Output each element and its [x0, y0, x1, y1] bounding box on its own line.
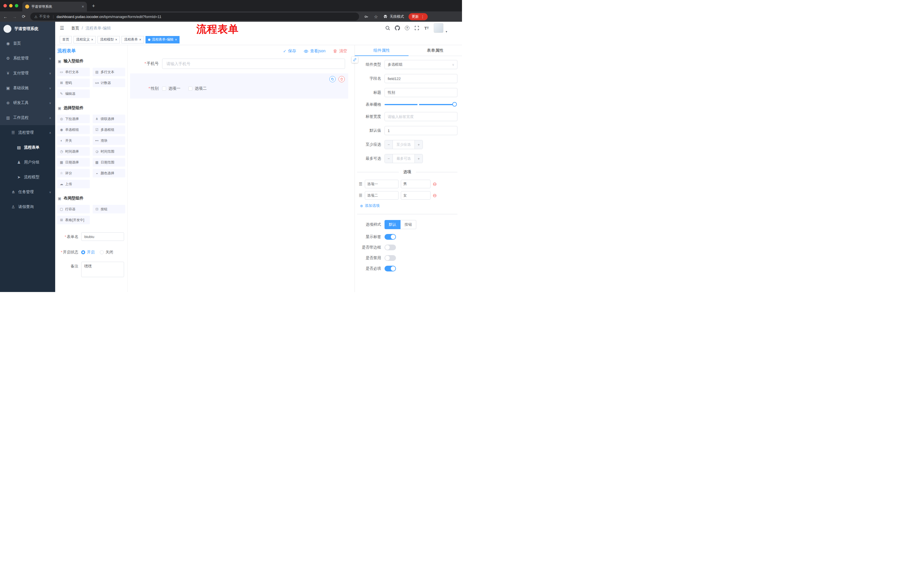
- delete-component-button[interactable]: [338, 76, 345, 82]
- palette-item-time-picker[interactable]: ◷ 时间选择: [57, 147, 90, 156]
- gender-option2-checkbox[interactable]: 选项二: [188, 86, 207, 91]
- browser-menu-dots-icon[interactable]: ⋮: [421, 15, 424, 19]
- address-bar[interactable]: ⚠ 不安全 | dashboard.yudao.iocoder.cn /bpm/…: [30, 13, 359, 21]
- tab-close-icon[interactable]: ×: [82, 4, 84, 9]
- avatar-caret-icon[interactable]: ▾: [446, 30, 447, 33]
- forward-icon[interactable]: →: [11, 13, 18, 20]
- gender-option1-checkbox[interactable]: 选项一: [162, 86, 180, 91]
- form-remark-textarea[interactable]: 嘿嘿: [81, 262, 124, 277]
- plus-button[interactable]: +: [414, 140, 422, 149]
- tag-process-model[interactable]: 流程模型 ×: [97, 36, 120, 43]
- help-icon[interactable]: ?: [404, 25, 410, 31]
- border-switch[interactable]: [384, 245, 396, 250]
- slider-handle[interactable]: [452, 102, 457, 107]
- max-select-input[interactable]: [393, 154, 414, 163]
- style-button-button[interactable]: 按钮: [401, 220, 416, 229]
- palette-item-multi-line-text[interactable]: ▤ 多行文本: [92, 68, 125, 76]
- drag-handle-icon[interactable]: ☰: [359, 193, 363, 198]
- palette-item-checkbox-group[interactable]: ☑ 多选框组: [92, 125, 125, 134]
- disabled-switch[interactable]: [384, 255, 396, 261]
- palette-item-color-picker[interactable]: ◒ 颜色选择: [92, 169, 125, 178]
- palette-item-cascader[interactable]: ⋔ 级联选择: [92, 115, 125, 123]
- hamburger-icon[interactable]: ☰: [60, 25, 64, 31]
- status-off-radio[interactable]: 关闭: [100, 250, 113, 255]
- fullscreen-icon[interactable]: [414, 25, 419, 31]
- sidebar-item-process-model[interactable]: ➤ 流程模型: [0, 170, 55, 184]
- palette-item-upload[interactable]: ☁ 上传: [57, 180, 90, 188]
- palette-item-counter[interactable]: 123 计数器: [92, 79, 125, 87]
- palette-item-date-picker[interactable]: ▦ 日期选择: [57, 158, 90, 166]
- close-icon[interactable]: ×: [115, 38, 117, 41]
- tab-component-props[interactable]: 组件属性: [355, 45, 409, 56]
- view-json-button[interactable]: 查看json: [304, 49, 326, 54]
- drag-handle-icon[interactable]: ☰: [359, 182, 363, 186]
- link-icon[interactable]: [351, 57, 358, 63]
- close-icon[interactable]: ×: [91, 38, 93, 41]
- github-icon[interactable]: [395, 25, 400, 31]
- style-default-button[interactable]: 默认: [384, 220, 401, 229]
- palette-item-slider[interactable]: ⊷ 滑块: [92, 136, 125, 145]
- selected-component-gender[interactable]: *性别 选项一 选项二: [130, 73, 348, 99]
- palette-item-rate[interactable]: ☆ 评分: [57, 169, 90, 178]
- window-minimize-button[interactable]: [9, 4, 13, 7]
- option2-value-input[interactable]: [401, 191, 431, 200]
- sidebar-item-workflow[interactable]: ▥ 工作流程 ∧: [0, 110, 55, 125]
- remove-option-icon[interactable]: ⊖: [433, 182, 437, 187]
- sidebar-item-infrastructure[interactable]: ▣ 基础设施 ∨: [0, 81, 55, 95]
- label-width-input[interactable]: [384, 112, 457, 121]
- sidebar-item-system[interactable]: ⚙ 系统管理 ∨: [0, 51, 55, 66]
- sidebar-item-process-management[interactable]: ☰ 流程管理 ∧: [0, 125, 55, 140]
- sidebar-item-home[interactable]: ◉ 首页: [0, 36, 55, 51]
- field-name-input[interactable]: [384, 74, 457, 83]
- palette-item-password[interactable]: ⊠ 密码: [57, 79, 90, 87]
- option1-label-input[interactable]: [365, 180, 399, 188]
- font-size-icon[interactable]: TT: [424, 25, 429, 31]
- palette-item-time-range[interactable]: ◶ 时间范围: [92, 147, 125, 156]
- new-tab-button[interactable]: +: [90, 2, 97, 10]
- remove-option-icon[interactable]: ⊖: [433, 193, 437, 198]
- tag-process-form-edit[interactable]: 流程表单-编辑 ×: [145, 36, 180, 43]
- user-avatar[interactable]: [434, 23, 444, 33]
- back-icon[interactable]: ←: [2, 13, 9, 20]
- password-key-icon[interactable]: [364, 14, 369, 19]
- show-label-switch[interactable]: [384, 234, 396, 240]
- phone-input[interactable]: [162, 59, 345, 69]
- plus-button[interactable]: +: [414, 154, 422, 163]
- option2-label-input[interactable]: [365, 191, 399, 200]
- window-zoom-button[interactable]: [15, 4, 18, 7]
- form-name-input[interactable]: [81, 232, 124, 241]
- sidebar-item-devtools[interactable]: ⊛ 研发工具 ∨: [0, 95, 55, 110]
- palette-item-single-line-text[interactable]: ▭ 单行文本: [57, 68, 90, 76]
- tag-process-form[interactable]: 流程表单 ×: [122, 36, 144, 43]
- title-input[interactable]: [384, 88, 457, 97]
- minus-button[interactable]: −: [385, 154, 393, 163]
- window-close-button[interactable]: [3, 4, 7, 7]
- security-chip[interactable]: ⚠ 不安全: [34, 14, 50, 19]
- clear-button[interactable]: 清空: [333, 49, 347, 54]
- browser-update-button[interactable]: 更新 ⋮: [409, 13, 428, 20]
- palette-item-button[interactable]: ⊡ 按钮: [92, 205, 125, 214]
- close-icon[interactable]: ×: [139, 38, 141, 41]
- palette-item-switch[interactable]: ◐ 开关: [57, 136, 90, 145]
- palette-item-radio-group[interactable]: ◉ 单选框组: [57, 125, 90, 134]
- browser-tab[interactable]: 芋道管理系统 ×: [22, 2, 87, 12]
- required-switch[interactable]: [384, 266, 396, 271]
- breadcrumb-home[interactable]: 首页: [71, 26, 79, 31]
- palette-item-editor[interactable]: ✎ 编辑器: [57, 89, 90, 98]
- component-type-select[interactable]: 多选框组 ∨: [384, 60, 457, 69]
- palette-item-row-container[interactable]: ▢ 行容器: [57, 205, 90, 214]
- search-icon[interactable]: [385, 25, 390, 31]
- status-on-radio[interactable]: 开启: [81, 250, 95, 255]
- form-grid-slider[interactable]: [384, 104, 455, 105]
- palette-item-select[interactable]: ◎ 下拉选择: [57, 115, 90, 123]
- copy-component-button[interactable]: [329, 76, 336, 82]
- sidebar-item-task-management[interactable]: ⋔ 任务管理 ∨: [0, 184, 55, 199]
- tag-process-definition[interactable]: 流程定义 ×: [73, 36, 96, 43]
- sidebar-item-leave-query[interactable]: ♙ 请假查询: [0, 199, 55, 214]
- sidebar-item-process-form[interactable]: ▤ 流程表单: [0, 140, 55, 155]
- tag-home[interactable]: 首页: [60, 36, 72, 43]
- bookmark-star-icon[interactable]: ☆: [373, 14, 378, 19]
- save-button[interactable]: ✓ 保存: [283, 49, 296, 54]
- sidebar-item-payment[interactable]: ¥ 支付管理 ∨: [0, 66, 55, 81]
- sidebar-item-user-group[interactable]: ♟ 用户分组: [0, 155, 55, 170]
